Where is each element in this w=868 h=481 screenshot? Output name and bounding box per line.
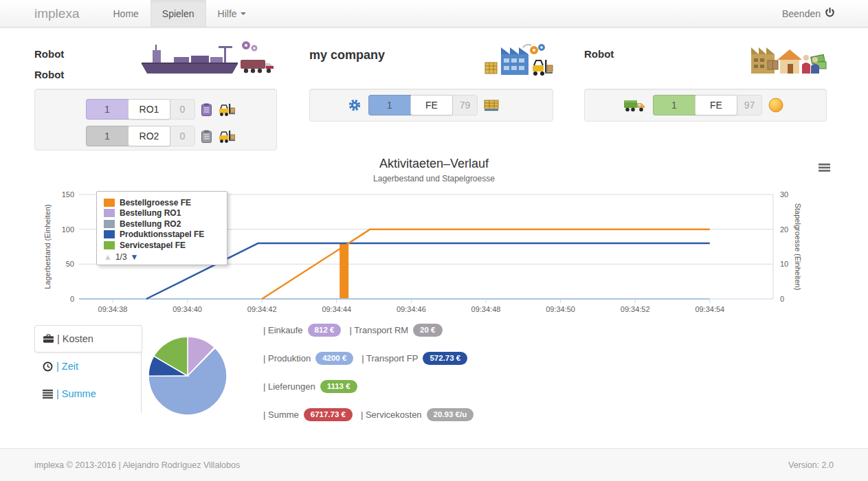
order-button-ro2[interactable]: RO2: [128, 126, 170, 146]
legend-next-button[interactable]: ▼: [131, 252, 139, 262]
power-icon: [825, 8, 835, 20]
logout-button[interactable]: Beenden: [782, 0, 835, 27]
cost-value-badge: 6717.73 €: [304, 408, 353, 422]
cost-value-badge: 1113 €: [320, 380, 357, 394]
legend-item[interactable]: Bestellgroesse FE: [104, 198, 220, 208]
legend-item[interactable]: Bestellung RO1: [104, 208, 220, 218]
nav-item-label: Home: [113, 0, 138, 27]
tab-kosten[interactable]: | Kosten: [34, 325, 142, 353]
briefcase-icon: [43, 334, 54, 344]
legend-label: Servicestapel FE: [120, 240, 186, 250]
logout-label: Beenden: [782, 8, 821, 19]
customer-scene-illustration: [750, 42, 827, 75]
hamburger-icon: [819, 164, 830, 172]
supplier-name: Robot: [34, 48, 64, 60]
legend-label: Bestellung RO1: [120, 208, 181, 218]
chart-legend: Bestellgroesse FEBestellung RO1Bestellun…: [96, 191, 227, 265]
svg-text:09:34:46: 09:34:46: [397, 305, 426, 313]
legend-pager: ▲ 1/3 ▼: [104, 252, 220, 262]
legend-item[interactable]: Bestellung RO2: [104, 219, 220, 229]
order-row-ro2: 1 RO2 0: [86, 126, 276, 146]
stock-count-ro1: 0: [170, 99, 195, 120]
svg-text:Lagerbestand (Einheiten): Lagerbestand (Einheiten): [43, 204, 52, 289]
cost-label: | Einkaufe: [263, 325, 303, 335]
brand-logo[interactable]: implexa: [34, 0, 79, 27]
delivery-panel: 1 FE 97: [584, 89, 827, 122]
copyright-text: implexa © 2013-2016 | Alejandro Rodrígue…: [34, 449, 240, 481]
legend-item[interactable]: Servicestapel FE: [104, 240, 220, 250]
cost-row: | Produktion4200 €| Transport FP572.73 €: [263, 351, 482, 366]
delivery-truck-icon: [623, 99, 646, 112]
legend-page-indicator: 1/3: [115, 252, 127, 262]
supplier-order-panel: 1 RO1 0 1 RO2 0: [34, 89, 277, 150]
supplier-scene-illustration: [136, 39, 277, 75]
cost-value-badge: 572.73 €: [423, 352, 467, 366]
cost-value-badge: 20.93 €/u: [427, 408, 474, 422]
cost-pie-chart: [146, 335, 229, 417]
warehouse-count-fe: 79: [452, 95, 478, 115]
production-button-fe[interactable]: FE: [410, 95, 453, 115]
costs-tabs: | Kosten| Zeit| Summe: [34, 325, 142, 413]
list-icon: [43, 390, 53, 399]
footer: implexa © 2013-2016 | Alejandro Rodrígue…: [0, 448, 868, 481]
legend-swatch: [104, 241, 115, 249]
legend-items: Bestellgroesse FEBestellung RO1Bestellun…: [104, 198, 220, 250]
version-text: Version: 2.0: [788, 449, 834, 481]
legend-label: Produktionsstapel FE: [120, 230, 204, 239]
svg-text:30: 30: [780, 190, 788, 199]
cost-value-badge: 812 €: [308, 324, 342, 337]
svg-text:20: 20: [780, 225, 788, 234]
svg-text:09:34:38: 09:34:38: [98, 305, 128, 313]
legend-swatch: [104, 209, 115, 217]
order-list-icon: [201, 103, 212, 116]
svg-text:09:34:52: 09:34:52: [621, 305, 650, 313]
svg-text:09:34:42: 09:34:42: [247, 305, 277, 313]
order-qty-input-ro1[interactable]: 1: [86, 99, 129, 120]
svg-text:0: 0: [780, 295, 784, 303]
order-button-ro1[interactable]: RO1: [128, 99, 170, 120]
cost-label: | Transport FP: [361, 353, 418, 363]
legend-label: Bestellung RO2: [120, 219, 181, 229]
forklift-icon: [218, 130, 236, 143]
svg-text:Stapelgroesse (Einheiten): Stapelgroesse (Einheiten): [794, 203, 802, 291]
legend-prev-button[interactable]: ▲: [104, 252, 112, 262]
tab-zeit[interactable]: | Zeit: [34, 353, 141, 380]
legend-item[interactable]: Produktionsstapel FE: [104, 230, 220, 239]
svg-text:50: 50: [66, 260, 74, 268]
nav-item-hilfe[interactable]: Hilfe: [206, 0, 258, 27]
stock-count-ro2: 0: [170, 126, 195, 146]
tab-summe[interactable]: | Summe: [34, 380, 141, 407]
tab-label: | Zeit: [56, 361, 78, 372]
svg-text:10: 10: [780, 260, 788, 268]
svg-text:09:34:54: 09:34:54: [695, 305, 724, 313]
cost-label: | Servicekosten: [361, 410, 422, 420]
svg-text:09:34:40: 09:34:40: [173, 305, 202, 313]
activity-chart: 050100150010203009:34:3809:34:4009:34:42…: [0, 155, 868, 320]
production-qty-input[interactable]: 1: [368, 95, 411, 115]
nav-menu: HomeSpielenHilfe: [101, 0, 257, 27]
legend-swatch: [104, 220, 115, 228]
clock-icon: [43, 361, 53, 372]
delivery-row: 1 FE 97: [623, 95, 783, 115]
chart-context-menu-button[interactable]: [816, 160, 832, 177]
nav-item-home[interactable]: Home: [101, 0, 150, 27]
chart-subtitle: Lagerbestand und Stapelgroesse: [0, 174, 868, 183]
production-panel: 1 FE 79: [309, 89, 553, 122]
cost-label: | Produktion: [263, 353, 311, 363]
nav-item-label: Spielen: [162, 0, 194, 27]
forklift-icon: [218, 103, 236, 116]
delivery-qty-input[interactable]: 1: [653, 95, 695, 115]
cost-label: | Summe: [263, 410, 299, 420]
delivery-button-fe[interactable]: FE: [695, 95, 737, 115]
cost-row: | Summe6717.73 €| Servicekosten20.93 €/u: [263, 407, 482, 422]
svg-text:09:34:50: 09:34:50: [546, 305, 575, 313]
tab-label: | Summe: [56, 388, 96, 399]
order-qty-input-ro2[interactable]: 1: [86, 126, 129, 146]
nav-item-label: Hilfe: [218, 0, 237, 27]
coin-icon: [768, 98, 783, 113]
nav-item-spielen[interactable]: Spielen: [151, 0, 206, 27]
tab-label: | Kosten: [57, 333, 93, 344]
cost-value-badge: 20 €: [413, 324, 442, 337]
svg-text:100: 100: [62, 225, 74, 234]
legend-label: Bestellgroesse FE: [120, 198, 191, 208]
